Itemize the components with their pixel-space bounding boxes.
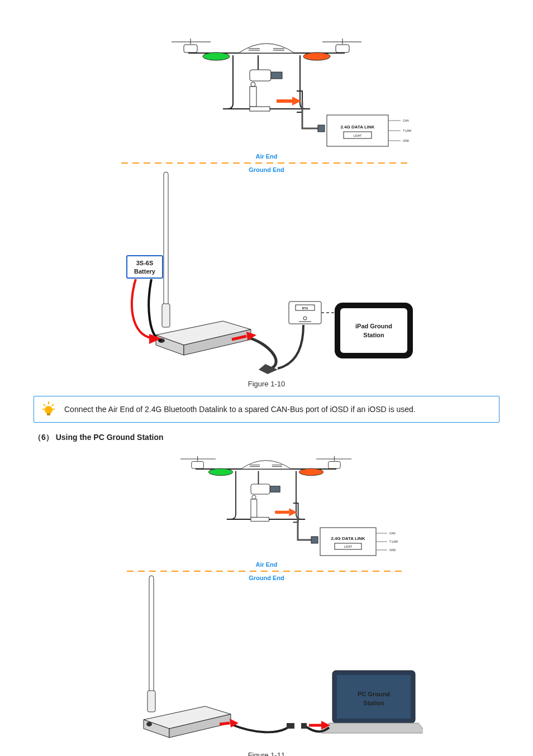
arrow-icon xyxy=(277,97,301,106)
datalink-module-icon: 2.4G DATA LINK LIGHT CAN T-LINK GND xyxy=(320,528,398,556)
air-end-label: Air End xyxy=(255,561,277,568)
btu-label: BTU xyxy=(302,307,308,310)
svg-rect-2 xyxy=(336,45,349,52)
svg-rect-73 xyxy=(251,499,257,517)
svg-rect-57 xyxy=(329,462,341,469)
antenna-icon xyxy=(147,576,155,712)
svg-line-54 xyxy=(52,404,54,406)
pc-line2: Station xyxy=(363,700,384,706)
svg-rect-22 xyxy=(318,125,325,132)
datalink-sub-label: LIGHT xyxy=(344,545,353,548)
svg-rect-18 xyxy=(250,87,256,107)
svg-rect-71 xyxy=(270,486,280,492)
svg-rect-23 xyxy=(327,115,388,146)
port-gnd-label: GND xyxy=(389,548,396,552)
ipad-line1: iPad Ground xyxy=(355,323,392,329)
svg-rect-85 xyxy=(147,691,155,712)
pc-line1: PC Ground xyxy=(358,691,390,697)
svg-rect-74 xyxy=(251,517,269,521)
svg-rect-15 xyxy=(250,70,271,81)
air-end-label: Air End xyxy=(255,153,277,160)
svg-rect-94 xyxy=(301,723,307,729)
laptop-icon: PC Ground Station xyxy=(321,671,423,733)
svg-point-72 xyxy=(252,495,256,499)
antenna-icon xyxy=(162,172,170,327)
battery-line1: 3S-6S xyxy=(136,260,154,266)
tip-callout: Connect the Air End of 2.4G Bluetooth Da… xyxy=(34,396,499,423)
port-can-label: CAN xyxy=(389,532,396,535)
svg-rect-84 xyxy=(149,576,154,693)
port-tlink-label: T-LINK xyxy=(403,129,412,132)
svg-rect-31 xyxy=(127,256,163,278)
svg-marker-92 xyxy=(321,723,423,733)
figure-1-10-caption: Figure 1-10 xyxy=(34,380,499,388)
svg-rect-49 xyxy=(47,413,50,415)
svg-point-17 xyxy=(251,82,255,87)
port-can-label: CAN xyxy=(403,119,409,122)
callout-text: Connect the Air End of 2.4G Bluetooth Da… xyxy=(64,404,416,415)
btu-module-icon: BTU xyxy=(289,302,321,324)
lightbulb-icon xyxy=(41,401,56,417)
port-tlink-label: T-LINK xyxy=(389,540,398,543)
datalink-label: 2.4G DATA LINK xyxy=(340,125,374,130)
svg-rect-70 xyxy=(251,484,270,494)
svg-point-48 xyxy=(45,406,53,414)
section-6-heading: （6） Using the PC Ground Station xyxy=(34,433,499,443)
svg-point-63 xyxy=(299,468,323,476)
datalink-module-icon: 2.4G DATA LINK LIGHT CAN T-LINK GND xyxy=(327,115,412,146)
ground-end-label: Ground End xyxy=(249,166,284,173)
ipad-line2: Station xyxy=(363,332,384,338)
svg-point-7 xyxy=(203,52,230,60)
figure-1-11-svg: 2.4G DATA LINK LIGHT CAN T-LINK GND Air … xyxy=(110,449,423,745)
datalink-label: 2.4G DATA LINK xyxy=(331,536,365,541)
ipad-icon: iPad Ground Station xyxy=(335,303,413,358)
svg-rect-77 xyxy=(311,537,318,543)
svg-rect-19 xyxy=(250,107,270,111)
svg-rect-93 xyxy=(287,723,294,729)
battery-label-box: 3S-6S Battery + − xyxy=(127,256,163,286)
datalink-sub-label: LIGHT xyxy=(354,134,362,137)
svg-rect-30 xyxy=(162,304,170,327)
svg-line-53 xyxy=(44,404,45,406)
battery-line2: Battery xyxy=(134,268,156,275)
svg-point-8 xyxy=(303,52,330,60)
arrow-icon xyxy=(275,508,297,516)
port-gnd-label: GND xyxy=(403,139,410,142)
svg-rect-29 xyxy=(164,172,168,306)
drone-icon xyxy=(172,39,361,112)
svg-rect-78 xyxy=(320,528,376,556)
ground-end-label: Ground End xyxy=(249,575,284,581)
svg-point-62 xyxy=(208,468,232,476)
figure-1-11: 2.4G DATA LINK LIGHT CAN T-LINK GND Air … xyxy=(34,449,499,745)
figure-1-10: 2.4G DATA LINK LIGHT CAN T-LINK GND Air … xyxy=(34,28,499,374)
svg-line-95 xyxy=(220,723,230,724)
svg-rect-1 xyxy=(184,45,197,52)
svg-rect-16 xyxy=(271,72,282,79)
svg-rect-56 xyxy=(192,462,204,469)
radio-unit-icon xyxy=(144,706,231,738)
svg-point-89 xyxy=(146,722,152,726)
figure-1-11-caption: Figure 1-11 xyxy=(34,751,499,756)
figure-1-10-svg: 2.4G DATA LINK LIGHT CAN T-LINK GND Air … xyxy=(110,28,423,374)
drone-icon xyxy=(180,456,351,523)
svg-rect-46 xyxy=(340,308,407,353)
